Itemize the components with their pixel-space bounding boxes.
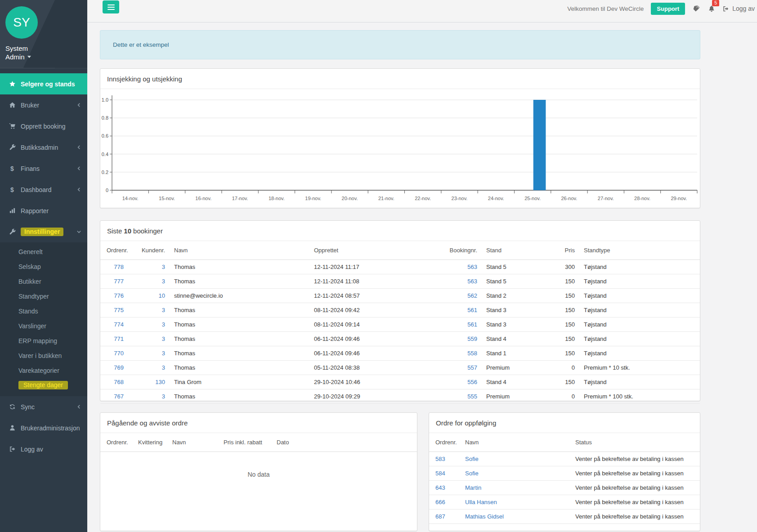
table-cell: 561 — [428, 303, 482, 317]
cell-link[interactable]: Sofie — [465, 470, 479, 477]
menu-toggle-button[interactable] — [103, 0, 119, 13]
table-row: 77610stinne@wecircle.io12-11-2024 08:575… — [100, 289, 700, 303]
cell-link[interactable]: 3 — [162, 364, 165, 371]
cell-link[interactable]: 767 — [114, 393, 124, 400]
sidebar-subitem-standtyper[interactable]: Standtyper — [0, 289, 87, 304]
cell-link[interactable]: Ulla Hansen — [465, 499, 497, 505]
table-cell: 08-11-2024 09:14 — [309, 317, 428, 332]
chevron-down-icon — [76, 229, 81, 234]
cell-link[interactable]: 3 — [162, 335, 165, 342]
sidebar-subitem-stengte-dager[interactable]: Stengte dager — [0, 378, 87, 393]
table-cell: 563 — [428, 260, 482, 274]
sidebar-item-innstillinger[interactable]: Innstillinger — [0, 221, 87, 242]
cell-link[interactable]: 769 — [114, 364, 124, 371]
sidebar-subitem-varer-i-butikken[interactable]: Varer i butikken — [0, 348, 87, 363]
table-cell: 3 — [128, 274, 170, 289]
chart-bar-25-nov[interactable] — [533, 100, 546, 190]
table-cell: Tøjstand — [579, 303, 700, 317]
sidebar-subitem-varslinger[interactable]: Varslinger — [0, 318, 87, 333]
logout-link[interactable]: Logg av — [722, 5, 755, 12]
cell-link[interactable]: 561 — [467, 321, 477, 328]
table-cell: 777 — [100, 274, 128, 289]
cell-link[interactable]: 687 — [435, 513, 445, 520]
table-row: 7693Thomas05-11-2024 08:38557Premium0Pre… — [100, 361, 700, 375]
sidebar-item-bruker[interactable]: Bruker — [0, 94, 87, 116]
cell-link[interactable]: 558 — [467, 350, 477, 357]
table-cell: 770 — [100, 346, 128, 361]
cell-link[interactable]: 563 — [467, 264, 477, 270]
sidebar-subitem-generelt[interactable]: Generelt — [0, 244, 87, 259]
table-row: 7783Thomas12-11-2024 11:17563Stand 5300T… — [100, 260, 700, 274]
cell-link[interactable]: 3 — [162, 321, 165, 328]
table-cell: 562 — [428, 289, 482, 303]
followup-orders-title: Ordre for oppfølging — [429, 413, 700, 433]
column-header-navn: Navn — [168, 433, 219, 452]
sidebar-item-selgere-og-stands[interactable]: Selgere og stands — [0, 73, 87, 94]
sidebar-item-label: Finans — [21, 165, 40, 172]
cell-link[interactable]: 774 — [114, 321, 124, 328]
cell-link[interactable]: 3 — [162, 264, 165, 270]
svg-text:23-nov.: 23-nov. — [452, 196, 468, 201]
sidebar-subitem-butikker[interactable]: Butikker — [0, 274, 87, 289]
column-header-ordrenr: Ordrenr. — [429, 433, 461, 452]
bookings-title: Siste10bookinger — [100, 221, 700, 241]
cell-link[interactable]: 776 — [114, 292, 124, 299]
table-cell: 3 — [128, 346, 170, 361]
support-button[interactable]: Support — [651, 3, 685, 15]
cell-link[interactable]: 778 — [114, 264, 124, 270]
cell-link[interactable]: 561 — [467, 307, 477, 313]
cell-link[interactable]: 768 — [114, 379, 124, 385]
table-cell: Venter på bekreftelse av betaling i kass… — [571, 510, 700, 524]
sidebar-item-butikksadmin[interactable]: Butikksadmin — [0, 137, 87, 158]
cell-link[interactable]: 3 — [162, 350, 165, 357]
cell-link[interactable]: 563 — [467, 278, 477, 285]
cell-link[interactable]: 130 — [155, 379, 165, 385]
cell-link[interactable]: 562 — [467, 292, 477, 299]
sidebar-item-logg-av[interactable]: Logg av — [0, 438, 87, 460]
table-cell: 12-11-2024 11:17 — [309, 260, 428, 274]
svg-text:0.4: 0.4 — [102, 152, 108, 157]
cell-link[interactable]: Mathias Gidsel — [465, 513, 504, 520]
table-cell: Tøjstand — [579, 260, 700, 274]
table-cell: Venter på bekreftelse av betaling i kass… — [571, 495, 700, 510]
notifications-bell-icon[interactable]: 5 — [708, 5, 715, 12]
sidebar-item-dashboard[interactable]: $Dashboard — [0, 179, 87, 200]
sidebar-subitem-erp-mapping[interactable]: ERP mapping — [0, 333, 87, 348]
table-cell: Premium * 100 stk. — [579, 389, 700, 404]
table-cell: 150 — [552, 289, 579, 303]
sidebar-subitem-varekategorier[interactable]: Varekategorier — [0, 363, 87, 378]
sidebar-item-sync[interactable]: Sync — [0, 396, 87, 417]
sidebar-subitem-stands[interactable]: Stands — [0, 304, 87, 318]
cell-link[interactable]: 771 — [114, 335, 124, 342]
sidebar-item-rapporter[interactable]: Rapporter — [0, 200, 87, 221]
cell-link[interactable]: 770 — [114, 350, 124, 357]
cell-link[interactable]: 3 — [162, 393, 165, 400]
cell-link[interactable]: 583 — [435, 456, 445, 462]
tags-icon[interactable] — [692, 5, 701, 12]
svg-text:0.6: 0.6 — [102, 133, 108, 139]
user-role-dropdown[interactable]: Admin — [5, 53, 82, 61]
table-cell: 130 — [128, 375, 170, 389]
table-cell: Thomas — [170, 361, 309, 375]
sidebar-item-opprett-booking[interactable]: Opprett booking — [0, 116, 87, 137]
sidebar-subitem-selskap[interactable]: Selskap — [0, 259, 87, 274]
table-cell: 556 — [428, 375, 482, 389]
cell-link[interactable]: 3 — [162, 278, 165, 285]
cell-link[interactable]: 643 — [435, 484, 445, 491]
sidebar-item-brukeradministrasjon[interactable]: Brukeradministrasjon — [0, 417, 87, 438]
cell-link[interactable]: 555 — [467, 393, 477, 400]
cell-link[interactable]: 666 — [435, 499, 445, 505]
cell-link[interactable]: 775 — [114, 307, 124, 313]
cell-link[interactable]: 3 — [162, 307, 165, 313]
cell-link[interactable]: 777 — [114, 278, 124, 285]
cell-link[interactable]: 557 — [467, 364, 477, 371]
cell-link[interactable]: 556 — [467, 379, 477, 385]
cell-link[interactable]: 559 — [467, 335, 477, 342]
cell-link[interactable]: Martin — [465, 484, 481, 491]
table-row: 643MartinVenter på bekreftelse av betali… — [429, 481, 700, 495]
table-cell: 150 — [552, 274, 579, 289]
cell-link[interactable]: Sofie — [465, 456, 479, 462]
sidebar-item-finans[interactable]: $Finans — [0, 158, 87, 179]
cell-link[interactable]: 10 — [159, 292, 165, 299]
cell-link[interactable]: 584 — [435, 470, 445, 477]
